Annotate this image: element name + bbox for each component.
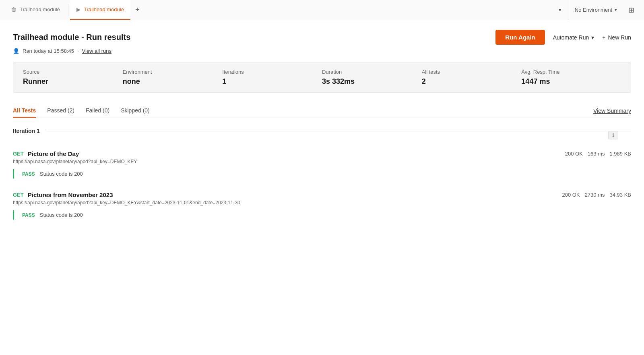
request-1-test-1-desc: Status code is 200 bbox=[40, 171, 83, 177]
stat-all-tests: All tests 2 bbox=[422, 69, 522, 86]
stat-source-label: Source bbox=[23, 69, 123, 75]
tab-all-tests[interactable]: All Tests bbox=[13, 104, 36, 118]
iteration-header-row: Iteration 1 1 bbox=[13, 128, 631, 142]
request-2-title-row: GET Pictures from November 2023 bbox=[13, 191, 113, 198]
play-icon: ▶ bbox=[76, 6, 80, 12]
request-1-url: https://api.nasa.gov/planetary/apod?api_… bbox=[13, 159, 631, 164]
request-1-title-row: GET Picture of the Day bbox=[13, 150, 79, 157]
request-1-status: 200 OK bbox=[565, 151, 583, 157]
stat-duration-label: Duration bbox=[322, 69, 422, 75]
request-1-header: GET Picture of the Day 200 OK 163 ms 1.9… bbox=[13, 150, 631, 157]
request-2-size: 34.93 KB bbox=[610, 192, 632, 198]
header-actions: Run Again Automate Run ▾ + New Run bbox=[495, 30, 631, 45]
chevron-down-icon: ▾ bbox=[559, 7, 561, 13]
request-1-method: GET bbox=[13, 151, 24, 157]
new-run-button[interactable]: + New Run bbox=[602, 34, 631, 41]
stat-iterations: Iterations 1 bbox=[222, 69, 322, 86]
stat-source: Source Runner bbox=[23, 69, 123, 86]
tab-passed[interactable]: Passed (2) bbox=[47, 104, 74, 118]
stat-duration-value: 3s 332ms bbox=[322, 77, 422, 86]
stat-environment-value: none bbox=[123, 77, 223, 86]
stat-avg-resp-label: Avg. Resp. Time bbox=[521, 69, 621, 75]
iteration-divider bbox=[46, 131, 631, 131]
new-run-plus-icon: + bbox=[602, 34, 605, 41]
iteration-label: Iteration 1 bbox=[13, 128, 40, 134]
request-1-size: 1.989 KB bbox=[610, 151, 632, 157]
stat-environment-label: Environment bbox=[123, 69, 223, 75]
tab-active[interactable]: ▶ Trailhead module bbox=[70, 0, 130, 20]
stat-all-tests-label: All tests bbox=[422, 69, 522, 75]
stat-iterations-label: Iterations bbox=[222, 69, 322, 75]
request-1-test-1-result: PASS bbox=[22, 171, 35, 177]
stat-duration: Duration 3s 332ms bbox=[322, 69, 422, 86]
tab-skipped[interactable]: Skipped (0) bbox=[121, 104, 150, 118]
active-tab-label: Trailhead module bbox=[84, 6, 124, 12]
stat-iterations-value: 1 bbox=[222, 77, 322, 86]
tab-separator bbox=[68, 4, 68, 16]
run-timestamp: Ran today at 15:58:45 bbox=[23, 48, 74, 54]
stats-bar: Source Runner Environment none Iteration… bbox=[13, 62, 631, 93]
result-tabs: All Tests Passed (2) Failed (0) Skipped … bbox=[13, 104, 631, 118]
request-item-2: GET Pictures from November 2023 200 OK 2… bbox=[13, 191, 631, 220]
iteration-header: Iteration 1 bbox=[13, 128, 631, 134]
request-2-test-1-result: PASS bbox=[22, 212, 35, 218]
run-again-button[interactable]: Run Again bbox=[495, 30, 545, 45]
request-1-stats: 200 OK 163 ms 1.989 KB bbox=[565, 151, 631, 157]
automate-run-label: Automate Run bbox=[553, 34, 589, 41]
trash-icon: 🗑 bbox=[11, 6, 17, 12]
request-2-url: https://api.nasa.gov/planetary/apod?api_… bbox=[13, 200, 631, 206]
view-summary-link[interactable]: View Summary bbox=[593, 104, 631, 117]
run-meta: 👤 Ran today at 15:58:45 · View all runs bbox=[13, 48, 631, 54]
automate-chevron-icon: ▾ bbox=[591, 34, 594, 41]
stat-all-tests-value: 2 bbox=[422, 77, 522, 86]
request-1-name[interactable]: Picture of the Day bbox=[28, 150, 79, 157]
iteration-number-badge: 1 bbox=[608, 131, 618, 139]
main-content: Trailhead module - Run results Run Again… bbox=[0, 20, 644, 242]
plus-icon: + bbox=[135, 6, 140, 14]
request-2-stats: 200 OK 2730 ms 34.93 KB bbox=[562, 192, 631, 198]
person-icon: 👤 bbox=[13, 48, 19, 54]
add-tab-button[interactable]: + bbox=[130, 0, 144, 20]
stat-environment: Environment none bbox=[123, 69, 223, 86]
env-chevron-icon: ▾ bbox=[615, 7, 617, 12]
eye-icon: ⊞ bbox=[628, 6, 634, 15]
view-all-runs-link[interactable]: View all runs bbox=[82, 48, 111, 54]
stat-source-value: Runner bbox=[23, 77, 123, 86]
tab-bar: 🗑 Trailhead module ▶ Trailhead module + … bbox=[0, 0, 644, 20]
stat-avg-resp: Avg. Resp. Time 1447 ms bbox=[521, 69, 621, 86]
tab-failed[interactable]: Failed (0) bbox=[86, 104, 109, 118]
tab-inactive[interactable]: 🗑 Trailhead module bbox=[5, 0, 66, 20]
view-icon-button[interactable]: ⊞ bbox=[623, 6, 639, 15]
env-label: No Environment bbox=[575, 7, 612, 13]
request-2-method: GET bbox=[13, 192, 24, 198]
environment-selector[interactable]: No Environment ▾ bbox=[568, 0, 623, 20]
page-title: Trailhead module - Run results bbox=[13, 33, 130, 42]
request-item-1: GET Picture of the Day 200 OK 163 ms 1.9… bbox=[13, 150, 631, 179]
request-2-time: 2730 ms bbox=[585, 192, 605, 198]
inactive-tab-label: Trailhead module bbox=[20, 6, 60, 12]
request-2-test-1-desc: Status code is 200 bbox=[40, 212, 83, 218]
request-1-test-1: PASS Status code is 200 bbox=[13, 169, 631, 179]
request-2-name[interactable]: Pictures from November 2023 bbox=[28, 191, 113, 198]
request-1-time: 163 ms bbox=[588, 151, 605, 157]
meta-separator: · bbox=[77, 48, 79, 54]
request-2-test-1: PASS Status code is 200 bbox=[13, 210, 631, 220]
request-2-status: 200 OK bbox=[562, 192, 580, 198]
page-header: Trailhead module - Run results Run Again… bbox=[13, 30, 631, 45]
tab-dropdown-button[interactable]: ▾ bbox=[552, 0, 568, 20]
request-2-header: GET Pictures from November 2023 200 OK 2… bbox=[13, 191, 631, 198]
stat-avg-resp-value: 1447 ms bbox=[521, 77, 621, 86]
automate-run-button[interactable]: Automate Run ▾ bbox=[553, 34, 594, 41]
new-run-label: New Run bbox=[608, 34, 631, 41]
